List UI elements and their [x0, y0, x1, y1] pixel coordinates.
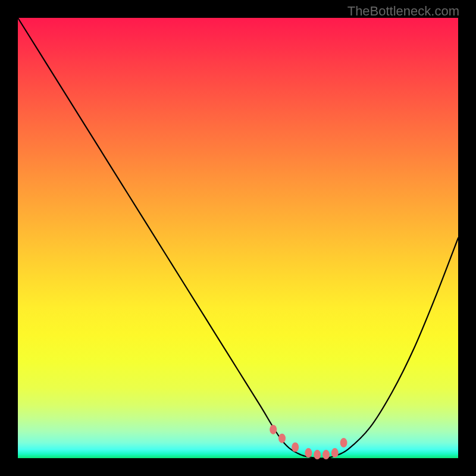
chart-container: TheBottleneck.com	[0, 0, 476, 476]
marker-dot	[278, 434, 286, 443]
marker-dot	[314, 450, 321, 459]
marker-dot	[292, 443, 299, 452]
plot-area	[18, 18, 458, 458]
bottleneck-curve-path	[18, 18, 458, 458]
watermark-text: TheBottleneck.com	[347, 4, 459, 19]
marker-dot	[305, 448, 312, 458]
marker-dot	[270, 425, 277, 434]
marker-dot	[331, 448, 339, 458]
chart-svg	[18, 18, 458, 458]
optimal-range-markers	[270, 425, 347, 459]
marker-dot	[340, 438, 347, 447]
marker-dot	[322, 450, 330, 459]
